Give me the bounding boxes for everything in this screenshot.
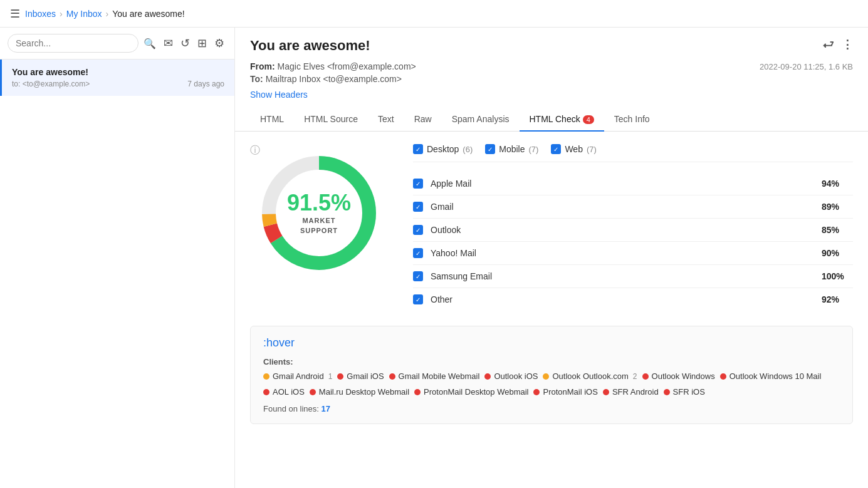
email-from-email: <from@example.com> xyxy=(327,61,416,71)
client-name: Outlook xyxy=(431,225,814,235)
donut-label-line1: MARKET xyxy=(287,217,351,224)
filter-label: Desktop xyxy=(427,144,459,154)
client-dot xyxy=(484,373,491,380)
client-tags: Gmail Android 1 Gmail iOS Gmail Mobile W… xyxy=(263,371,840,397)
mail-item-meta: to: <to@example.com> 7 days ago xyxy=(12,80,224,88)
right-panel: ✓ Desktop (6)✓ Mobile (7)✓ Web (7) ✓ App… xyxy=(413,144,853,311)
client-tag-name: Outlook Windows 10 Mail xyxy=(729,371,822,381)
client-tag: Outlook iOS xyxy=(484,371,538,381)
hamburger-icon[interactable]: ☰ xyxy=(10,7,20,21)
client-tag: ProtonMail iOS xyxy=(533,387,597,397)
forward-icon[interactable]: ⮐ xyxy=(823,38,834,51)
tab-text[interactable]: Text xyxy=(368,108,404,132)
top-nav: ☰ Inboxes › My Inbox › You are awesome! xyxy=(0,0,868,28)
client-name: Yahoo! Mail xyxy=(431,248,814,258)
found-count: 17 xyxy=(322,404,330,413)
mail-item[interactable]: You are awesome! to: <to@example.com> 7 … xyxy=(0,60,234,96)
client-tag-name: Outlook Outlook.com xyxy=(552,371,628,381)
breadcrumb-inboxes[interactable]: Inboxes xyxy=(25,9,56,19)
client-tag: ProtonMail Desktop Webmail xyxy=(414,387,528,397)
clients-label: Clients: xyxy=(263,357,840,366)
email-subject-actions: ⮐ ⋮ xyxy=(823,38,853,51)
tab-spam-analysis[interactable]: Spam Analysis xyxy=(442,108,520,132)
client-percent: 94% xyxy=(822,179,853,189)
search-icon[interactable]: 🔍 xyxy=(144,38,156,49)
filter-icon[interactable]: ⊞ xyxy=(197,36,207,50)
filter-mobile[interactable]: ✓ Mobile (7) xyxy=(485,144,538,154)
client-list: ✓ Apple Mail 94%✓ Gmail 89%✓ Outlook 85%… xyxy=(413,172,853,311)
client-dot xyxy=(603,389,609,395)
email-to-name: Mailtrap Inbox xyxy=(266,74,321,84)
tab-content: ⓘ 91.5% MARKE xyxy=(235,132,868,488)
client-name: Apple Mail xyxy=(431,179,814,189)
tab-raw[interactable]: Raw xyxy=(404,108,442,132)
mail-item-date: 7 days ago xyxy=(187,80,224,88)
search-input[interactable] xyxy=(8,34,139,53)
client-tag-name: SFR iOS xyxy=(673,387,705,397)
filter-checkbox: ✓ xyxy=(551,144,561,154)
client-tag-name: Gmail Mobile Webmail xyxy=(399,371,480,381)
client-dot xyxy=(720,373,726,380)
email-date: 2022-09-20 11:25, 1.6 KB xyxy=(760,62,853,71)
client-name: Samsung Email xyxy=(431,271,814,281)
client-tag: Outlook Windows 10 Mail xyxy=(720,371,822,381)
filter-label: Web xyxy=(565,144,583,154)
sidebar-toolbar: ✉ ↺ ⊞ ⚙ xyxy=(161,36,227,50)
client-dot xyxy=(310,389,316,395)
tab-tech-info[interactable]: Tech Info xyxy=(604,108,660,132)
email-to-email: <to@example.com> xyxy=(323,74,402,84)
sidebar: 🔍 ✉ ↺ ⊞ ⚙ You are awesome! to: <to@examp… xyxy=(0,28,235,488)
email-from-row: From: Magic Elves <from@example.com> 202… xyxy=(250,61,853,71)
client-tag-name: Gmail iOS xyxy=(347,371,384,381)
donut-center: 91.5% MARKET SUPPORT xyxy=(287,192,351,234)
client-row: ✓ Gmail 89% xyxy=(413,195,853,219)
client-percent: 92% xyxy=(822,294,853,304)
client-row: ✓ Yahoo! Mail 90% xyxy=(413,242,853,265)
breadcrumb-my-inbox[interactable]: My Inbox xyxy=(66,9,102,19)
compose-icon[interactable]: ✉ xyxy=(164,36,173,50)
client-dot xyxy=(543,373,549,380)
client-percent: 89% xyxy=(822,202,853,212)
email-to-label: To: xyxy=(250,74,263,84)
tab-html-source[interactable]: HTML Source xyxy=(294,108,368,132)
hover-title: :hover xyxy=(263,336,840,350)
filter-count: (6) xyxy=(463,145,473,154)
settings-icon[interactable]: ⚙ xyxy=(214,36,224,50)
client-tag-count: 1 xyxy=(328,372,333,381)
filter-count: (7) xyxy=(587,145,597,154)
more-icon[interactable]: ⋮ xyxy=(842,38,853,51)
client-row: ✓ Outlook 85% xyxy=(413,219,853,242)
client-dot xyxy=(389,373,395,380)
info-icon[interactable]: ⓘ xyxy=(250,144,260,157)
client-tag-name: Gmail Android xyxy=(273,371,324,381)
client-tag: Outlook Outlook.com 2 xyxy=(543,371,637,381)
refresh-icon[interactable]: ↺ xyxy=(180,36,190,50)
tab-html[interactable]: HTML xyxy=(250,108,294,132)
show-headers-link[interactable]: Show Headers xyxy=(250,90,308,100)
filter-web[interactable]: ✓ Web (7) xyxy=(551,144,596,154)
client-name: Other xyxy=(431,294,814,304)
breadcrumb: Inboxes › My Inbox › You are awesome! xyxy=(25,9,185,19)
client-tag: SFR iOS xyxy=(664,387,705,397)
donut-label-line2: SUPPORT xyxy=(287,227,351,234)
client-row: ✓ Samsung Email 100% xyxy=(413,265,853,288)
client-checkbox: ✓ xyxy=(413,248,423,258)
client-name: Gmail xyxy=(431,202,814,212)
filter-label: Mobile xyxy=(499,144,525,154)
search-bar: 🔍 ✉ ↺ ⊞ ⚙ xyxy=(0,28,234,60)
html-check-top: ⓘ 91.5% MARKE xyxy=(250,144,853,311)
client-tag-name: AOL iOS xyxy=(273,387,305,397)
donut-chart: ⓘ 91.5% MARKE xyxy=(250,144,388,282)
filter-count: (7) xyxy=(529,145,539,154)
email-from: From: Magic Elves <from@example.com> xyxy=(250,61,416,71)
mail-item-to: to: <to@example.com> xyxy=(12,80,90,88)
client-row: ✓ Apple Mail 94% xyxy=(413,172,853,195)
client-percent: 100% xyxy=(822,271,853,281)
filter-desktop[interactable]: ✓ Desktop (6) xyxy=(413,144,473,154)
breadcrumb-current: You are awesome! xyxy=(112,9,184,19)
tab-html-check[interactable]: HTML Check4 xyxy=(520,108,604,132)
client-tag: Gmail iOS xyxy=(337,371,384,381)
client-tag: Mail.ru Desktop Webmail xyxy=(310,387,409,397)
client-tag: Gmail Mobile Webmail xyxy=(389,371,480,381)
client-tag: Outlook Windows xyxy=(642,371,715,381)
